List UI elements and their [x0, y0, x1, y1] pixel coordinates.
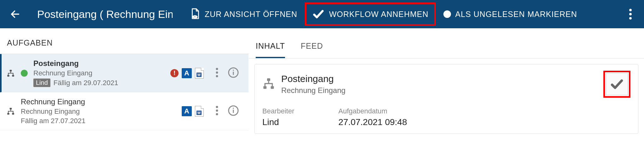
tasks-pane: AUFGABEN Posteingang Rechnung Eingang Li… [0, 28, 249, 164]
open-view-button[interactable]: ZUR ANSICHT ÖFFNEN [184, 4, 303, 24]
row-more-button[interactable] [216, 106, 218, 117]
attachment-badge: A [182, 106, 192, 116]
svg-rect-25 [263, 86, 266, 89]
arrow-left-icon [10, 9, 20, 19]
info-icon [228, 105, 239, 116]
dots-vertical-icon [629, 9, 632, 19]
svg-rect-26 [271, 86, 274, 89]
svg-rect-17 [12, 113, 14, 114]
word-doc-icon: W [195, 68, 204, 79]
task-subtitle: Rechnung Eingang [21, 107, 176, 116]
alert-icon: ! [170, 69, 179, 77]
page-title: Posteingang ( Rechnung Ein… [37, 8, 173, 20]
workflow-icon [262, 77, 275, 91]
workflow-icon [6, 69, 15, 77]
task-row[interactable]: Posteingang Rechnung Eingang Lind Fällig… [0, 54, 248, 92]
svg-point-23 [233, 108, 234, 109]
accept-check-button[interactable] [606, 73, 628, 95]
svg-point-18 [216, 106, 218, 108]
workflow-icon [6, 107, 15, 115]
detail-title: Posteingang [281, 74, 597, 84]
info-icon [228, 67, 239, 78]
svg-point-19 [216, 110, 218, 112]
detail-pane: INHALT FEED Posteingang Rechnung Eingang [249, 28, 644, 164]
dots-vertical-icon [216, 68, 218, 77]
document-eye-icon [190, 8, 200, 20]
svg-point-9 [216, 68, 218, 70]
accept-workflow-label: WORKFLOW ANNEHMEN [329, 10, 429, 19]
assignee-tag: Lind [33, 79, 50, 87]
row-info-button[interactable] [228, 67, 239, 79]
check-icon [312, 8, 325, 20]
tab-content[interactable]: INHALT [256, 38, 285, 58]
word-doc-icon: W [195, 106, 204, 117]
attachment-badge: A [182, 68, 192, 78]
svg-rect-24 [267, 78, 270, 81]
svg-rect-15 [10, 108, 12, 109]
svg-rect-7 [7, 75, 9, 76]
svg-point-2 [194, 16, 196, 18]
task-subtitle: Rechnung Eingang [33, 69, 165, 77]
svg-point-11 [216, 75, 218, 77]
svg-rect-8 [12, 75, 14, 76]
accept-check-highlight [603, 71, 630, 98]
svg-point-10 [216, 71, 218, 74]
svg-point-3 [629, 9, 632, 11]
tab-feed[interactable]: FEED [301, 38, 323, 58]
taskdate-field-label: Aufgabendatum [339, 107, 407, 115]
assignee-field-value: Lind [262, 117, 294, 127]
due-date-label: Fällig am 29.07.2021 [54, 79, 118, 87]
svg-rect-16 [7, 113, 9, 114]
assignee-field-label: Bearbeiter [262, 107, 294, 115]
detail-tabs: INHALT FEED [249, 28, 644, 58]
mark-unread-button[interactable]: ALS UNGELESEN MARKIEREN [438, 6, 583, 23]
taskdate-field-value: 27.07.2021 09:48 [339, 117, 407, 127]
accept-workflow-button[interactable]: WORKFLOW ANNEHMEN [305, 3, 436, 26]
mark-unread-label: ALS UNGELESEN MARKIEREN [455, 10, 577, 19]
task-row[interactable]: Rechnung Eingang Rechnung Eingang Fällig… [0, 92, 248, 130]
task-title: Posteingang [33, 59, 165, 68]
svg-point-20 [216, 113, 218, 115]
due-date-label: Fällig am 27.07.2021 [21, 117, 85, 125]
more-menu-button[interactable] [623, 9, 638, 19]
unread-dot-icon [21, 70, 28, 77]
dots-vertical-icon [216, 106, 218, 115]
task-detail-card: Posteingang Rechnung Eingang Bearbeiter … [254, 64, 638, 134]
top-bar: Posteingang ( Rechnung Ein… ZUR ANSICHT … [0, 0, 644, 28]
svg-point-5 [629, 17, 632, 19]
detail-subtitle: Rechnung Eingang [281, 86, 597, 95]
svg-point-4 [629, 13, 632, 15]
task-list: Posteingang Rechnung Eingang Lind Fällig… [0, 54, 248, 130]
back-button[interactable] [6, 9, 25, 19]
check-icon [610, 77, 624, 91]
open-view-label: ZUR ANSICHT ÖFFNEN [205, 10, 297, 19]
row-more-button[interactable] [216, 68, 218, 79]
tasks-heading: AUFGABEN [0, 28, 248, 54]
row-info-button[interactable] [228, 105, 239, 118]
svg-point-14 [233, 69, 234, 71]
circle-icon [443, 10, 451, 18]
task-title: Rechnung Eingang [21, 97, 176, 106]
svg-rect-6 [10, 70, 12, 71]
